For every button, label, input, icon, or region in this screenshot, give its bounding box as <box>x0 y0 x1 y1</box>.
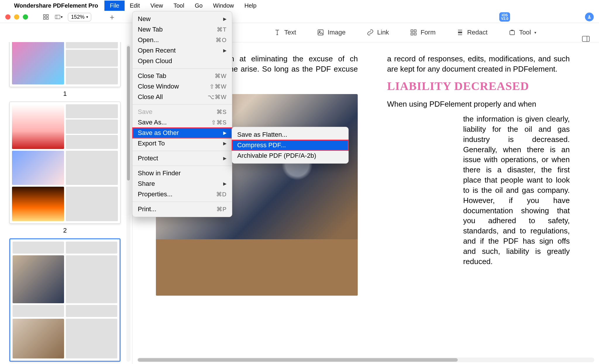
close-window-icon[interactable] <box>5 14 11 20</box>
menu-item-save-as[interactable]: Save As...⇧⌘S <box>132 117 232 128</box>
menu-item-properties[interactable]: Properties...⌘D <box>132 189 232 200</box>
submenu-item-save-as-flatten[interactable]: Save as Flatten... <box>232 129 348 140</box>
menu-item-open[interactable]: Open...⌘O <box>132 35 232 45</box>
svg-rect-13 <box>458 32 462 33</box>
menubar-item-view[interactable]: View <box>145 1 168 11</box>
svg-rect-2 <box>44 18 45 19</box>
menu-item-label: Properties... <box>138 190 216 198</box>
sidebar-toggle-icon[interactable]: ▾ <box>55 13 63 21</box>
horizontal-scrollbar[interactable] <box>137 358 594 362</box>
menu-item-label: Open Cloud <box>138 57 227 65</box>
svg-rect-4 <box>55 15 60 19</box>
traffic-lights <box>5 14 37 20</box>
menu-item-label: New <box>138 15 223 23</box>
zoom-value: 152% <box>71 14 85 20</box>
submenu-arrow-icon: ▶ <box>223 156 227 161</box>
menu-item-save-as-other[interactable]: Save as Other▶ <box>132 128 232 138</box>
menu-item-shortcut: ⌥⌘W <box>208 93 227 100</box>
minimize-window-icon[interactable] <box>14 14 19 20</box>
toolbar-redact[interactable]: Redact <box>457 29 488 36</box>
menu-item-open-recent[interactable]: Open Recent▶ <box>132 45 232 56</box>
toolbar-image[interactable]: Image <box>317 29 345 36</box>
menu-item-print[interactable]: Print...⌘P <box>132 204 232 214</box>
file-menu: New▶New Tab⌘TOpen...⌘OOpen Recent▶Open C… <box>132 11 232 217</box>
menu-item-protect[interactable]: Protect▶ <box>132 153 232 164</box>
grid-view-icon[interactable] <box>42 13 50 21</box>
new-tab-icon[interactable]: ＋ <box>108 12 116 22</box>
svg-rect-1 <box>47 15 48 16</box>
menubar-item-window[interactable]: Window <box>208 1 239 11</box>
menubar-item-tool[interactable]: Tool <box>168 1 190 11</box>
menu-item-label: Close All <box>138 93 208 101</box>
app-name: Wondershare PDFelement Pro <box>14 1 104 11</box>
page-thumbnail-selected[interactable]: 3 <box>9 238 121 364</box>
menu-item-close-window[interactable]: Close Window⇧⌘W <box>132 81 232 92</box>
scrollbar-thumb[interactable] <box>127 46 130 181</box>
toolbar-label: Image <box>328 29 345 36</box>
body-text: a record of responses, edits, modificati… <box>387 54 570 74</box>
side-panel-icon[interactable] <box>582 35 590 43</box>
menubar-item-help[interactable]: Help <box>239 1 262 11</box>
svg-rect-10 <box>414 30 416 32</box>
menu-item-label: Open Recent <box>138 47 223 54</box>
svg-rect-12 <box>414 33 416 35</box>
window-chrome: ▾ 152% ▾ ＋ iOS V2.0 <box>0 11 599 23</box>
scrollbar-thumb[interactable] <box>138 358 458 362</box>
menu-item-shortcut: ⌘T <box>217 26 227 33</box>
toolbar-link[interactable]: Link <box>367 29 389 36</box>
menu-item-open-cloud[interactable]: Open Cloud <box>132 56 232 66</box>
zoom-level[interactable]: 152% ▾ <box>68 13 91 21</box>
menubar-item-go[interactable]: Go <box>190 1 208 11</box>
thumbnail-sidebar: 1 <box>0 42 132 364</box>
submenu-item-compress-pdf[interactable]: Compress PDF... <box>232 140 348 150</box>
menu-item-share[interactable]: Share▶ <box>132 178 232 189</box>
menu-item-close-tab[interactable]: Close Tab⌘W <box>132 71 232 81</box>
page-number: 1 <box>9 90 121 98</box>
menu-item-label: Export To <box>138 140 223 147</box>
page-thumbnail[interactable]: 1 <box>9 42 121 98</box>
zoom-window-icon[interactable] <box>23 14 28 20</box>
menu-item-new[interactable]: New▶ <box>132 14 232 24</box>
save-as-other-submenu: Save as Flatten...Compress PDF...Archiva… <box>232 127 349 164</box>
submenu-arrow-icon: ▶ <box>223 141 227 146</box>
svg-point-6 <box>588 15 590 17</box>
submenu-item-label: Archivable PDF (PDF/A-2b) <box>237 152 343 160</box>
menu-item-label: Save As... <box>138 119 211 126</box>
menu-item-new-tab[interactable]: New Tab⌘T <box>132 24 232 35</box>
menu-item-export-to[interactable]: Export To▶ <box>132 138 232 149</box>
page-thumbnail[interactable]: 2 <box>9 102 121 234</box>
user-avatar-icon[interactable] <box>585 13 594 21</box>
menu-item-shortcut: ⌘P <box>216 206 227 213</box>
toolbar-text[interactable]: Text <box>274 29 296 36</box>
svg-rect-11 <box>411 33 413 35</box>
menu-item-shortcut: ⇧⌘W <box>209 83 227 90</box>
menu-item-save: Save⌘S <box>132 107 232 117</box>
menu-item-label: Show in Finder <box>138 169 227 177</box>
menu-separator <box>132 166 232 166</box>
menu-item-show-in-finder[interactable]: Show in Finder <box>132 168 232 178</box>
chevron-down-icon: ▾ <box>86 15 88 19</box>
ios-badge[interactable]: iOS V2.0 <box>499 12 510 22</box>
toolbar-form[interactable]: Form <box>410 29 436 36</box>
menu-item-close-all[interactable]: Close All⌥⌘W <box>132 92 232 102</box>
svg-rect-9 <box>411 30 413 32</box>
menubar-item-edit[interactable]: Edit <box>125 1 145 11</box>
menu-item-label: Protect <box>138 155 223 162</box>
toolbar-label: Link <box>377 29 389 36</box>
menu-item-label: Close Tab <box>138 72 215 80</box>
sidebar-scrollbar[interactable] <box>126 44 130 362</box>
svg-point-8 <box>319 31 320 32</box>
menu-item-label: Close Window <box>138 83 209 90</box>
menu-item-label: Print... <box>138 205 216 213</box>
submenu-arrow-icon: ▶ <box>223 48 227 53</box>
toolbar-tool[interactable]: Tool ▾ <box>509 29 536 36</box>
menu-separator <box>132 151 232 151</box>
menu-item-label: Open... <box>138 36 216 44</box>
toolbar-label: Form <box>421 29 436 36</box>
menubar-item-file[interactable]: File <box>104 1 124 11</box>
svg-rect-0 <box>44 15 45 16</box>
menu-separator <box>132 202 232 202</box>
chevron-down-icon: ▾ <box>534 30 536 35</box>
submenu-item-archivable-pdf-pdf-a-b[interactable]: Archivable PDF (PDF/A-2b) <box>232 150 348 161</box>
submenu-arrow-icon: ▶ <box>223 130 227 136</box>
